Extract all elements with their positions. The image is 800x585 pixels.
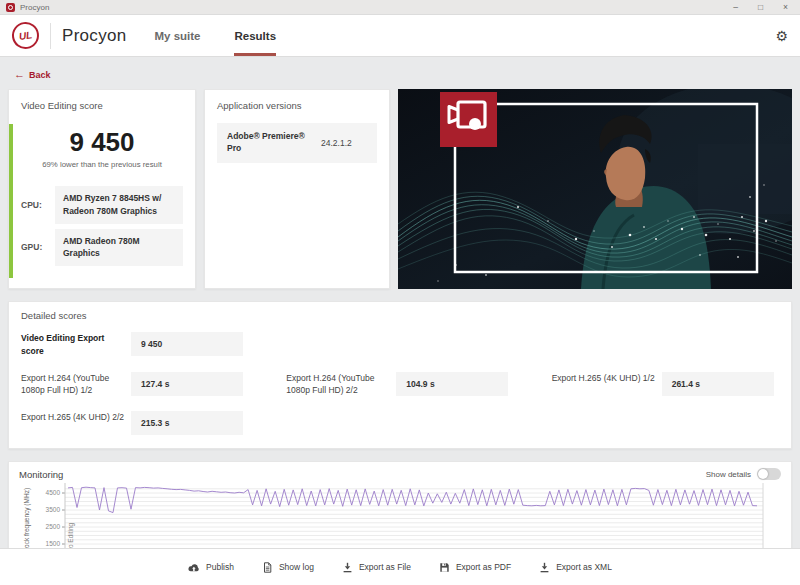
detail-value: 9 450 [131,332,243,356]
export-as-file-button[interactable]: Export as File [342,562,411,573]
detail-row-h264-2: Export H.264 (YouTube 1080p Full HD) 2/2… [286,372,513,398]
export-as-xml-button[interactable]: Export as XML [539,562,612,573]
publish-button[interactable]: Publish [188,562,234,573]
detail-row-empty [286,411,513,435]
back-arrow-icon: ← [14,69,25,80]
svg-text:2500: 2500 [46,523,61,530]
detailed-scores-card: Detailed scores Video Editing Export sco… [8,301,792,449]
results-page: ← Back Video Editing score 9 450 69% low… [0,57,800,548]
action-bar: Publish Show log Export as File Export a… [0,548,800,585]
detail-row-export-score: Video Editing Export score 9 450 [21,332,248,358]
score-comparison-note: 69% lower than the previous result [21,160,183,169]
detail-value: 104.9 s [396,372,508,396]
detail-value: 261.4 s [662,372,774,396]
maximize-button[interactable]: □ [758,3,763,12]
cloud-upload-icon [188,562,200,573]
svg-text:4500: 4500 [46,489,61,496]
svg-text:3500: 3500 [46,506,61,513]
tab-results[interactable]: Results [234,15,276,56]
svg-text:1500: 1500 [46,540,61,547]
minimize-button[interactable]: – [733,3,738,12]
export-as-pdf-button[interactable]: Export as PDF [439,562,511,573]
detail-value: 215.3 s [131,411,243,435]
close-button[interactable]: × [783,3,788,12]
gpu-value: AMD Radeon 780M Graphics [55,229,183,267]
download-icon [342,562,353,573]
detail-row-h265-2: Export H.265 (4K UHD) 2/2 215.3 s [21,411,248,435]
detail-row-empty [552,332,779,358]
document-icon [262,562,273,573]
window-titlebar: Procyon – □ × [0,0,800,15]
versions-card-title: Application versions [217,100,377,111]
procyon-app-icon [6,3,15,12]
back-label: Back [29,70,51,80]
monitoring-title: Monitoring [19,469,63,480]
gpu-label: GPU: [21,242,48,252]
download-icon [539,562,550,573]
gpu-spec-row: GPU: AMD Radeon 780M Graphics [21,229,183,267]
save-icon [439,562,450,573]
window-title: Procyon [20,3,49,12]
monitoring-card: Monitoring Show details 4500350025001500… [8,461,792,548]
settings-gear-icon[interactable]: ⚙ [775,29,788,43]
hero-image [398,89,792,289]
video-editing-badge-icon [440,92,497,147]
svg-text:Video Editing: Video Editing [67,522,75,548]
application-versions-card: Application versions Adobe® Premiere® Pr… [204,89,390,289]
benchmark-score: 9 450 [21,127,183,158]
cpu-label: CPU: [21,200,48,210]
detail-row-h264-1: Export H.264 (YouTube 1080p Full HD) 1/2… [21,372,248,398]
cpu-spec-row: CPU: AMD Ryzen 7 8845HS w/ Radeon 780M G… [21,186,183,224]
score-accent-bar [9,124,13,278]
show-details-toggle[interactable] [757,468,781,480]
main-tabs: My suite Results [154,15,276,56]
detailed-scores-title: Detailed scores [21,310,779,321]
app-version-row: Adobe® Premiere® Pro 24.2.1.2 [217,123,377,163]
monitoring-chart: 4500350025001500Clock frequency (MHz)Vid… [19,483,771,548]
show-details-label: Show details [706,470,751,479]
app-version-number: 24.2.1.2 [321,138,352,148]
detail-row-h265-1: Export H.265 (4K UHD) 1/2 261.4 s [552,372,779,398]
detail-row-empty [552,411,779,435]
header-divider [50,23,51,49]
ul-logo: UL [10,20,40,50]
video-editing-score-card: Video Editing score 9 450 69% lower than… [8,89,196,289]
app-name: Procyon [62,26,126,46]
svg-text:Clock frequency (MHz): Clock frequency (MHz) [23,488,31,548]
cpu-value: AMD Ryzen 7 8845HS w/ Radeon 780M Graphi… [55,186,183,224]
app-version-name: Adobe® Premiere® Pro [227,131,309,155]
back-link[interactable]: ← Back [14,69,51,80]
show-log-button[interactable]: Show log [262,562,314,573]
app-header: UL Procyon My suite Results ⚙ [0,15,800,57]
hero-illustration [398,89,792,289]
tab-my-suite[interactable]: My suite [154,15,200,56]
score-card-title: Video Editing score [21,100,183,111]
detail-value: 127.4 s [131,372,243,396]
detail-row-empty [286,332,513,358]
